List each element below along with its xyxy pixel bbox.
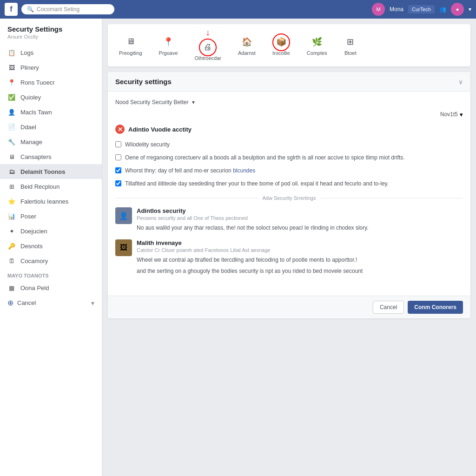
subsection-row: Nood Security Security Better ▾ bbox=[115, 99, 463, 106]
nav-badge[interactable]: CurTech bbox=[408, 5, 435, 13]
tab-prgoave[interactable]: 📍 Prgoave bbox=[155, 33, 182, 58]
facebook-logo: f bbox=[5, 3, 18, 16]
adv-item-1: 🖼 Malith invenaye Catolor Cr Ctiuer poam… bbox=[115, 239, 463, 275]
section-divider: Adw Security Srrertings bbox=[115, 195, 463, 201]
tab-comptes[interactable]: 🌿 Comptes bbox=[303, 33, 331, 58]
sidebar-item-desnots[interactable]: 🔑 Desnots bbox=[0, 238, 102, 253]
sidebar-item-macls[interactable]: 👤 Macls Tawn bbox=[0, 105, 102, 119]
settings-chevron[interactable]: ∨ bbox=[458, 78, 463, 86]
sidebar: Securty Settings Arsure Occlty 📋 Logs 🖼 … bbox=[0, 19, 102, 476]
sidebar-item-beid[interactable]: ⊞ Beid Recploun bbox=[0, 179, 102, 194]
sidebar-item-plinery[interactable]: 🖼 Plinery bbox=[0, 60, 102, 75]
version-chevron[interactable]: ▾ bbox=[460, 111, 463, 118]
delamit-icon: 🗂 bbox=[7, 167, 16, 176]
checkbox-3[interactable] bbox=[115, 180, 121, 186]
subsection-label: Nood Security Security Better bbox=[115, 99, 188, 106]
rons-icon: 📍 bbox=[7, 78, 16, 86]
cancel-button[interactable]: Cancel bbox=[373, 301, 404, 314]
settings-header: Security settings ∨ bbox=[108, 72, 470, 92]
logs-icon: 📋 bbox=[7, 48, 16, 57]
sidebar-item-poser[interactable]: 📊 Poser bbox=[0, 209, 102, 224]
quioley-icon: ✅ bbox=[7, 93, 16, 101]
avatar: M bbox=[372, 3, 385, 16]
btoet-icon: ⊞ bbox=[344, 35, 357, 48]
sidebar-cancel[interactable]: ⊕ Cancel ▾ bbox=[0, 295, 102, 311]
sidebar-section-mayo: Mayo Toanots bbox=[0, 268, 102, 280]
sidebar-item-rons[interactable]: 📍 Rons Tuoecr bbox=[0, 75, 102, 90]
plinery-icon: 🖼 bbox=[7, 63, 16, 72]
error-section: ✕ Adintio Vuodie acctity bbox=[115, 125, 463, 134]
irocollie-icon-wrapper: 📦 bbox=[275, 35, 288, 48]
adv-item-subtitle-0: Peosens securlty and all One of Thess pe… bbox=[137, 215, 463, 221]
search-bar[interactable]: 🔍 Cocomant Seting bbox=[21, 4, 114, 14]
sidebar-item-delamit[interactable]: 🗂 Delamit Toonos bbox=[0, 164, 102, 179]
tab-oihtroecdar[interactable]: 🖨 Oihtroecdar bbox=[191, 39, 225, 63]
adv-item-title-0: Adintlos security bbox=[137, 207, 463, 214]
sidebar-item-cansapters[interactable]: 🖥 Cansapters bbox=[0, 149, 102, 164]
tab-btoet[interactable]: ⊞ Btoet bbox=[340, 33, 361, 58]
macls-icon: 👤 bbox=[7, 108, 16, 116]
tab-preogiting[interactable]: 🖥 Preogiting bbox=[115, 33, 146, 58]
confirm-button[interactable]: Conm Conorers bbox=[408, 301, 463, 314]
checkbox-2[interactable] bbox=[115, 167, 121, 173]
checkbox-label-3: Tillafited and iiititeole day seededing … bbox=[125, 179, 389, 188]
checkbox-item-3: Tillafited and iiititeole day seededing … bbox=[115, 179, 463, 188]
tab-label-adarnst: Adarnst bbox=[238, 50, 256, 56]
sidebar-item-logs[interactable]: 📋 Logs bbox=[0, 45, 102, 60]
sidebar-label-falertiolu: Falertiolu Ieannes bbox=[20, 198, 68, 205]
tab-label-btoet: Btoet bbox=[344, 50, 357, 56]
sidebar-item-manage[interactable]: 🔧 Manage bbox=[0, 134, 102, 149]
sidebar-item-ddael[interactable]: 📄 Ddael bbox=[0, 119, 102, 134]
sidebar-label-plinery: Plinery bbox=[20, 64, 39, 71]
sidebar-label-macls: Macls Tawn bbox=[20, 109, 52, 116]
desnots-icon: 🔑 bbox=[7, 242, 16, 250]
settings-body: Nood Security Security Better ▾ Nov1t5 ▾… bbox=[108, 92, 470, 290]
sidebar-item-oona[interactable]: ▦ Oona Peld bbox=[0, 280, 102, 295]
cocamory-icon: 🗓 bbox=[7, 257, 16, 265]
sidebar-item-quioley[interactable]: ✅ Quioley bbox=[0, 90, 102, 105]
sidebar-title: Securty Settings bbox=[0, 25, 102, 34]
cancel-label: Cancel bbox=[17, 299, 36, 306]
page-wrapper: Securty Settings Arsure Occlty 📋 Logs 🖼 … bbox=[0, 19, 476, 476]
sidebar-label-rons: Rons Tuoecr bbox=[20, 79, 55, 86]
sidebar-label-poser: Poser bbox=[20, 213, 36, 220]
chevron-down-icon[interactable]: ▾ bbox=[469, 6, 471, 13]
sidebar-label-ddael: Ddael bbox=[20, 124, 36, 131]
checkbox-item-1: Oene of rreganoing corectuerv all a bood… bbox=[115, 153, 463, 162]
footer-bar: Cancel Conm Conorers bbox=[108, 296, 470, 318]
subsection-dropdown-icon[interactable]: ▾ bbox=[192, 99, 195, 106]
adv-item-desc-1a: Wheel we at contral ap ttrafled be lterc… bbox=[137, 256, 463, 264]
sidebar-label-cocamory: Cocamory bbox=[20, 258, 48, 264]
preogiting-icon: 🖥 bbox=[124, 35, 137, 48]
version-row: Nov1t5 ▾ bbox=[115, 111, 463, 118]
checkbox-1[interactable] bbox=[115, 154, 121, 160]
cansapters-icon: 🖥 bbox=[7, 152, 16, 161]
user-avatar-2[interactable]: ● bbox=[451, 3, 464, 16]
sidebar-label-manage: Manage bbox=[20, 139, 42, 145]
tab-label-oihtroecdar: Oihtroecdar bbox=[195, 55, 221, 61]
tab-adarnst[interactable]: 🏠 Adarnst bbox=[234, 33, 259, 58]
sidebar-item-cocamory[interactable]: 🗓 Cocamory bbox=[0, 253, 102, 268]
search-icon: 🔍 bbox=[27, 6, 34, 13]
error-title: Adintio Vuodie acctity bbox=[128, 126, 192, 133]
settings-title: Security settings bbox=[115, 78, 172, 86]
sidebar-item-doejucien[interactable]: ✦ Doejucien bbox=[0, 224, 102, 238]
tab-irocollie[interactable]: 📦 Irocollie bbox=[269, 33, 294, 58]
checkbox-link-2[interactable]: blcundes bbox=[233, 167, 255, 174]
main-content: 🖥 Preogiting 📍 Prgoave ↓ 🖨 Oihtroecdar � bbox=[102, 19, 476, 476]
tab-label-comptes: Comptes bbox=[307, 50, 327, 56]
sidebar-label-cansapters: Cansapters bbox=[20, 153, 51, 160]
doejucien-icon: ✦ bbox=[7, 227, 16, 235]
cancel-plus-icon: ⊕ bbox=[7, 298, 13, 307]
cancel-chevron: ▾ bbox=[91, 299, 94, 307]
tab-label-preogiting: Preogiting bbox=[119, 50, 142, 56]
tab-bar: 🖥 Preogiting 📍 Prgoave ↓ 🖨 Oihtroecdar � bbox=[108, 24, 470, 66]
checkbox-0[interactable] bbox=[115, 141, 121, 147]
tab-label-prgoave: Prgoave bbox=[159, 50, 178, 56]
version-label: Nov1t5 bbox=[440, 111, 458, 118]
irocollie-icon: 📦 bbox=[275, 35, 288, 48]
checkbox-label-1: Oene of rreganoing corectuerv all a bood… bbox=[125, 153, 405, 162]
checkbox-label-0: Wilodelity security bbox=[125, 140, 170, 149]
adv-item-subtitle-1: Catolor Cr Ctiuer poamh ated Facetooos L… bbox=[137, 247, 463, 253]
sidebar-item-falertiolu[interactable]: ⭐ Falertiolu Ieannes bbox=[0, 194, 102, 209]
